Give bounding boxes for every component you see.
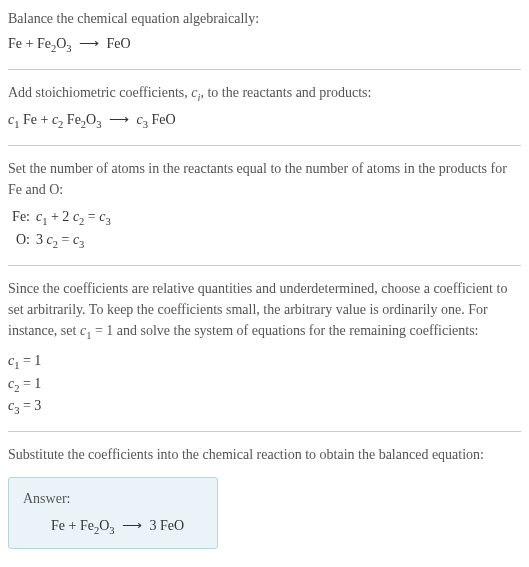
coeff-3: 3 [150, 518, 161, 533]
species-fe: Fe [51, 518, 65, 533]
divider [8, 431, 521, 432]
equals: = [58, 232, 73, 247]
plus-2: + 2 [47, 209, 72, 224]
element-label-o: O: [8, 229, 36, 253]
atom-row-o: O: 3 c2 = c3 [8, 229, 521, 253]
species-feo: FeO [151, 112, 175, 127]
species-fe2o3-o: O [56, 36, 66, 51]
species-fe: Fe [23, 112, 37, 127]
species-feo: FeO [160, 518, 184, 533]
species-fe2o3-fe: Fe [80, 518, 94, 533]
plus-sign: + [37, 112, 52, 127]
prompt-text: Set the number of atoms in the reactants… [8, 158, 521, 200]
element-label-fe: Fe: [8, 206, 36, 230]
equals-1: = 1 [19, 353, 41, 368]
balance-equation-o: 3 c2 = c3 [36, 229, 84, 253]
text: Add stoichiometric coefficients, [8, 85, 191, 100]
equals: = [84, 209, 99, 224]
subscript-3: 3 [105, 215, 110, 226]
equals-1: = 1 [19, 376, 41, 391]
species-fe2o3-o: O [86, 112, 96, 127]
section-solve: Since the coefficients are relative quan… [8, 278, 521, 419]
solution-c2: c2 = 1 [8, 374, 521, 396]
symbolic-equation: c1 Fe + c2 Fe2O3 ⟶ c3 FeO [8, 109, 521, 133]
balanced-equation: Fe + Fe2O3 ⟶ 3 FeO [23, 515, 203, 539]
subscript-3: 3 [66, 43, 71, 54]
answer-box: Answer: Fe + Fe2O3 ⟶ 3 FeO [8, 477, 218, 550]
arrow-icon: ⟶ [118, 518, 146, 533]
plus-sign: + [65, 518, 80, 533]
text: , to the reactants and products: [200, 85, 371, 100]
atom-row-fe: Fe: c1 + 2 c2 = c3 [8, 206, 521, 230]
species-fe2o3-fe: Fe [37, 36, 51, 51]
solution-c1: c1 = 1 [8, 351, 521, 373]
plus-sign: + [22, 36, 37, 51]
section-add-coefficients: Add stoichiometric coefficients, ci, to … [8, 82, 521, 133]
arrow-icon: ⟶ [105, 112, 133, 127]
divider [8, 265, 521, 266]
unbalanced-equation: Fe + Fe2O3 ⟶ FeO [8, 33, 521, 57]
species-feo: FeO [107, 36, 131, 51]
text: = 1 and solve the system of equations fo… [91, 323, 478, 338]
solution-c3: c3 = 3 [8, 396, 521, 418]
section-atom-balance: Set the number of atoms in the reactants… [8, 158, 521, 253]
atom-balance-table: Fe: c1 + 2 c2 = c3 O: 3 c2 = c3 [8, 206, 521, 253]
balance-equation-fe: c1 + 2 c2 = c3 [36, 206, 111, 230]
three: 3 [36, 232, 47, 247]
species-fe: Fe [8, 36, 22, 51]
answer-label: Answer: [23, 488, 203, 509]
prompt-text: Balance the chemical equation algebraica… [8, 8, 521, 29]
species-fe2o3-o: O [99, 518, 109, 533]
section-substitute: Substitute the coefficients into the che… [8, 444, 521, 465]
arrow-icon: ⟶ [75, 36, 103, 51]
prompt-text: Add stoichiometric coefficients, ci, to … [8, 82, 521, 106]
section-balance-prompt: Balance the chemical equation algebraica… [8, 8, 521, 57]
subscript-3: 3 [109, 525, 114, 536]
equals-3: = 3 [19, 398, 41, 413]
divider [8, 69, 521, 70]
species-fe2o3-fe: Fe [67, 112, 81, 127]
divider [8, 145, 521, 146]
prompt-text: Substitute the coefficients into the che… [8, 444, 521, 465]
prompt-text: Since the coefficients are relative quan… [8, 278, 521, 344]
coefficient-solutions: c1 = 1 c2 = 1 c3 = 3 [8, 351, 521, 418]
subscript-3: 3 [79, 239, 84, 250]
